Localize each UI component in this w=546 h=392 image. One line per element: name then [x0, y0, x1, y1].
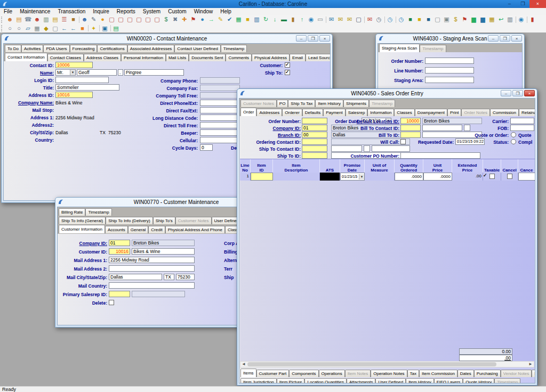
- restore-button[interactable]: ❒: [308, 35, 318, 42]
- document-4-icon[interactable]: ▢: [134, 15, 143, 23]
- document-1-icon[interactable]: ▢: [107, 15, 116, 23]
- menu-item[interactable]: Custom: [164, 8, 190, 15]
- close-button[interactable]: ×: [319, 35, 330, 42]
- undo-icon[interactable]: ↩: [496, 15, 505, 23]
- menu-item[interactable]: Help: [216, 8, 235, 15]
- tab-item[interactable]: Customer Notes: [240, 100, 277, 107]
- minimize-button[interactable]: –: [503, 0, 516, 8]
- close-button[interactable]: ×: [529, 0, 546, 8]
- contact-id-field[interactable]: 10006: [55, 62, 93, 68]
- cellular-field[interactable]: [200, 137, 240, 143]
- mail-icon[interactable]: ✉: [336, 15, 345, 23]
- grid-column-header[interactable]: PromiseDate: [340, 159, 365, 173]
- order-number-field[interactable]: [425, 58, 474, 64]
- ordering-contact-field[interactable]: [302, 138, 327, 145]
- hardhat-icon[interactable]: ●: [98, 15, 107, 23]
- minimize-button[interactable]: –: [501, 90, 511, 96]
- plumb-icon[interactable]: ✚: [180, 15, 189, 23]
- book-icon[interactable]: ▥: [252, 15, 261, 23]
- tab-item[interactable]: Information: [367, 109, 394, 116]
- tab-item[interactable]: Ship To: [532, 370, 535, 377]
- carrier-field[interactable]: [510, 118, 534, 124]
- default-location-label[interactable]: Default Location ID:: [319, 118, 399, 125]
- grid-column-header[interactable]: ItemDescription: [273, 159, 320, 173]
- tab-item[interactable]: Item History: [315, 100, 343, 107]
- tab-item[interactable]: Components: [289, 370, 318, 377]
- tab-item[interactable]: Ship To Tax: [288, 100, 315, 107]
- toolbar-grip[interactable]: [1, 17, 4, 23]
- scroll-right-arrow[interactable]: ►: [527, 362, 534, 367]
- tab-item[interactable]: Personal Information: [121, 54, 166, 61]
- tab-item[interactable]: Contact User Defined: [174, 45, 220, 52]
- bar-chart-icon[interactable]: ▆: [469, 15, 478, 23]
- tab-item[interactable]: Commission: [490, 109, 519, 116]
- extended-price-cell[interactable]: .00: [452, 173, 483, 181]
- grid-column-header[interactable]: Unit ofMeasure: [365, 159, 395, 173]
- menu-item[interactable]: Window: [190, 8, 217, 15]
- document-3-icon[interactable]: ▢: [125, 15, 134, 23]
- menu-item[interactable]: Inquire: [89, 8, 113, 15]
- status-radio[interactable]: [511, 139, 516, 144]
- line-number-field[interactable]: [425, 67, 474, 74]
- tab-item[interactable]: Contact Classes: [47, 54, 84, 61]
- grid-column-header[interactable]: ExtendedPrice: [452, 159, 483, 173]
- customer-id-field[interactable]: 10016: [109, 248, 130, 255]
- mail-address1-field[interactable]: 2256 Midway Road: [109, 257, 195, 263]
- menu-item[interactable]: Reports: [113, 8, 139, 15]
- world-icon[interactable]: ◉: [307, 15, 316, 23]
- company-id-field[interactable]: 01: [109, 240, 130, 246]
- mail-country-field[interactable]: [109, 282, 195, 289]
- truck-icon[interactable]: ▥: [42, 15, 51, 23]
- package-icon[interactable]: ■: [69, 15, 78, 23]
- help-globe-icon[interactable]: ◉: [517, 15, 526, 23]
- upload-icon[interactable]: ↑: [298, 15, 307, 23]
- tab-item[interactable]: Certifications: [97, 45, 127, 52]
- tab-item[interactable]: Timestamp: [494, 378, 520, 383]
- ats-cell[interactable]: [320, 173, 340, 181]
- tab-item[interactable]: Item Jurisdiction: [240, 378, 277, 383]
- tab-item[interactable]: General: [128, 226, 148, 233]
- long-distance-field[interactable]: [200, 115, 240, 121]
- tab-item[interactable]: Order Notes: [461, 109, 490, 116]
- tab-item[interactable]: Activities: [21, 45, 44, 52]
- tab-item[interactable]: Item Notes: [345, 370, 371, 377]
- tab-item[interactable]: Associated Addresses: [127, 45, 175, 52]
- document-6-icon[interactable]: ▢: [152, 15, 162, 23]
- timer-icon[interactable]: ◷: [386, 15, 395, 23]
- tab-item[interactable]: Staging Area Scan: [379, 44, 420, 52]
- tab-item[interactable]: Address Classes: [84, 54, 121, 61]
- tab-item[interactable]: To Do: [5, 45, 21, 52]
- zoom-in-icon[interactable]: ○: [5, 24, 14, 32]
- direct-toll-free-field[interactable]: [200, 122, 240, 128]
- tab-item[interactable]: Physical Address: [252, 54, 290, 61]
- grid-column-header[interactable]: Cance: [518, 159, 535, 173]
- sheet-icon[interactable]: ▦: [234, 15, 243, 23]
- copies-icon[interactable]: ▣: [442, 15, 451, 23]
- tab-item[interactable]: Ship To's: [153, 217, 175, 224]
- tab-item[interactable]: Item History: [406, 378, 434, 383]
- mail-city-field[interactable]: Dallas: [109, 274, 162, 280]
- tab-item[interactable]: Timestamp: [221, 45, 247, 52]
- tab-item[interactable]: Ship To Info (General): [59, 217, 106, 224]
- import-icon[interactable]: ↓: [270, 15, 279, 23]
- person-icon[interactable]: ☻: [33, 15, 42, 23]
- middle-initial-field[interactable]: .: [118, 69, 123, 76]
- mail2-icon[interactable]: ✉: [345, 15, 354, 23]
- direct-phone-field[interactable]: [200, 100, 240, 106]
- tab-item[interactable]: Downpayment: [415, 109, 447, 116]
- last-name-field[interactable]: Pingree: [124, 69, 184, 76]
- folder-blue-icon[interactable]: ■: [424, 15, 433, 23]
- tab-item[interactable]: Customer Notes: [175, 217, 212, 224]
- tab-item[interactable]: Timestamp: [420, 45, 446, 52]
- folder-green-icon[interactable]: ■: [406, 15, 415, 23]
- tab-item[interactable]: Purchasing: [474, 370, 501, 377]
- tab-item[interactable]: Order: [240, 108, 256, 116]
- tab-item[interactable]: Location Quantities: [304, 378, 347, 383]
- delete-checkbox[interactable]: [109, 300, 114, 305]
- tab-item[interactable]: Classes: [394, 109, 414, 116]
- ship-to-contact-last-field[interactable]: [372, 145, 410, 152]
- line-no-cell[interactable]: 1: [240, 173, 251, 181]
- bill-to-id-field[interactable]: [400, 132, 421, 138]
- document-2-icon[interactable]: ▢: [116, 15, 125, 23]
- phone-icon[interactable]: ☎: [23, 15, 33, 23]
